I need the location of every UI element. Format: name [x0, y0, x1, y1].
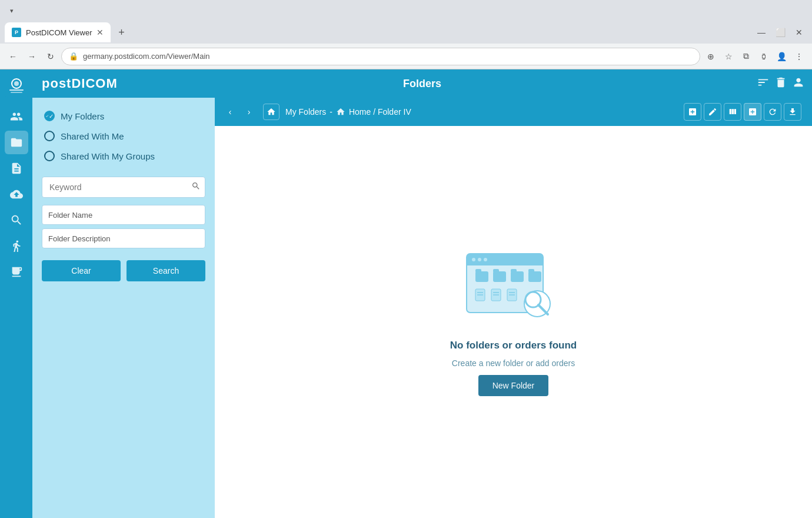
- nav-label-shared-with-me: Shared With Me: [61, 131, 124, 141]
- sidebar-item-upload[interactable]: [5, 182, 28, 206]
- toolbar-home-btn[interactable]: [263, 104, 279, 120]
- tab-close-btn[interactable]: ✕: [96, 28, 104, 37]
- action-buttons: Clear Search: [42, 260, 205, 281]
- app-wrapper: postDICOM Folders: [32, 69, 812, 518]
- header-title: Folders: [403, 78, 441, 90]
- filter-folder-name-label: Folder Name: [48, 211, 92, 220]
- action-export-btn[interactable]: [784, 103, 801, 121]
- tab-favicon: P: [12, 28, 21, 37]
- forward-btn[interactable]: →: [24, 48, 40, 65]
- svg-rect-16: [511, 269, 517, 273]
- lock-icon: 🔒: [69, 52, 78, 61]
- browser-toolbar: ← → ↻ 🔒 germany.postdicom.com/Viewer/Mai…: [0, 44, 812, 69]
- window-icon[interactable]: ⧉: [738, 48, 754, 65]
- bookmark-icon[interactable]: ☆: [720, 48, 737, 65]
- breadcrumb: My Folders - Home / Folder IV: [285, 107, 680, 117]
- nav-circle-my-folders: [44, 111, 55, 121]
- tab-title: PostDICOM Viewer: [26, 28, 92, 37]
- svg-point-9: [478, 258, 481, 261]
- back-btn[interactable]: ←: [5, 48, 21, 65]
- breadcrumb-path: Home / Folder IV: [349, 107, 411, 117]
- extensions-icon[interactable]: ⧮: [756, 48, 772, 65]
- folder-illustration: [461, 248, 567, 333]
- search-button[interactable]: Search: [127, 260, 205, 281]
- svg-point-10: [484, 258, 487, 261]
- sidebar-logo: [5, 74, 28, 98]
- menu-icon[interactable]: ⋮: [791, 48, 807, 65]
- main-area: My Folders Shared With Me Shared With My…: [32, 98, 812, 518]
- active-tab[interactable]: P PostDICOM Viewer ✕: [5, 22, 111, 42]
- svg-rect-17: [528, 271, 541, 282]
- content-area: ‹ › My Folders - Home / Folder IV: [215, 98, 812, 518]
- left-panel: My Folders Shared With Me Shared With My…: [32, 98, 215, 518]
- action-add-btn[interactable]: [744, 103, 761, 121]
- content-toolbar: ‹ › My Folders - Home / Folder IV: [215, 98, 812, 126]
- browser-tabs: P PostDICOM Viewer ✕ + — ⬜ ✕: [0, 21, 812, 44]
- sidebar-item-folders[interactable]: [5, 131, 28, 154]
- nav-item-my-folders[interactable]: My Folders: [42, 107, 205, 125]
- new-tab-btn[interactable]: +: [113, 24, 129, 41]
- sidebar-item-orders[interactable]: [5, 157, 28, 180]
- header-sort-icon[interactable]: [757, 76, 770, 92]
- maximize-btn[interactable]: ⬜: [772, 24, 788, 41]
- sidebar-item-search[interactable]: [5, 208, 28, 232]
- nav-label-my-folders: My Folders: [61, 111, 104, 121]
- profile-icon[interactable]: 👤: [773, 48, 790, 65]
- action-columns-btn[interactable]: [724, 103, 741, 121]
- address-bar[interactable]: 🔒 germany.postdicom.com/Viewer/Main: [61, 48, 700, 65]
- svg-rect-7: [467, 261, 543, 265]
- toolbar-forward-btn[interactable]: ›: [241, 104, 257, 120]
- header-user-icon[interactable]: [792, 76, 805, 92]
- nav-circle-shared-me: [44, 131, 55, 141]
- sidebar-item-display[interactable]: [5, 260, 28, 284]
- app-logo-text: postDICOM: [42, 76, 118, 91]
- new-folder-button[interactable]: New Folder: [478, 375, 549, 396]
- svg-point-8: [472, 258, 475, 261]
- filter-folder-name[interactable]: Folder Name: [42, 205, 205, 225]
- search-icon-btn[interactable]: [191, 181, 201, 193]
- nav-circle-shared-groups: [44, 151, 55, 161]
- reload-btn[interactable]: ↻: [42, 48, 59, 65]
- search-box: [42, 177, 205, 198]
- breadcrumb-separator: -: [330, 107, 332, 117]
- app-header: postDICOM Folders: [32, 69, 812, 98]
- svg-point-2: [14, 81, 19, 86]
- browser-toolbar-actions: ⊕ ☆ ⧉ ⧮ 👤 ⋮: [703, 48, 807, 65]
- browser-titlebar: ▾: [0, 0, 812, 21]
- toolbar-nav: ‹ ›: [222, 104, 257, 120]
- nav-label-shared-groups: Shared With My Groups: [61, 151, 155, 161]
- tab-expand-btn[interactable]: ▾: [5, 4, 19, 18]
- svg-rect-13: [493, 271, 506, 282]
- action-new-btn[interactable]: [684, 103, 701, 121]
- action-edit-btn[interactable]: [704, 103, 721, 121]
- svg-rect-14: [493, 269, 499, 273]
- keyword-input[interactable]: [42, 177, 205, 198]
- svg-rect-12: [475, 269, 481, 273]
- empty-state: No folders or orders found Create a new …: [215, 126, 812, 518]
- sidebar-item-analytics[interactable]: [5, 234, 28, 258]
- app-container: postDICOM Folders: [0, 69, 812, 518]
- breadcrumb-root: My Folders: [285, 107, 326, 117]
- url-text: germany.postdicom.com/Viewer/Main: [83, 52, 210, 61]
- clear-button[interactable]: Clear: [42, 260, 121, 281]
- action-refresh-btn[interactable]: [764, 103, 781, 121]
- minimize-btn[interactable]: —: [753, 24, 770, 41]
- svg-rect-4: [11, 92, 22, 93]
- filter-folder-description-label: Folder Description: [48, 234, 111, 243]
- filter-folder-description[interactable]: Folder Description: [42, 228, 205, 248]
- browser-chrome: ▾ P PostDICOM Viewer ✕ + — ⬜ ✕ ← → ↻ 🔒 g…: [0, 0, 812, 69]
- header-right-actions: [757, 76, 805, 92]
- close-btn[interactable]: ✕: [791, 24, 807, 41]
- translate-icon[interactable]: ⊕: [703, 48, 719, 65]
- nav-item-shared-groups[interactable]: Shared With My Groups: [42, 147, 205, 165]
- svg-rect-11: [475, 271, 488, 282]
- svg-rect-3: [9, 89, 24, 91]
- toolbar-back-btn[interactable]: ‹: [222, 104, 238, 120]
- sidebar-item-users[interactable]: [5, 105, 28, 128]
- filter-fields: Folder Name Folder Description: [42, 205, 205, 248]
- sidebar-icons: [0, 69, 32, 518]
- folder-nav: My Folders Shared With Me Shared With My…: [42, 107, 205, 165]
- empty-title: No folders or orders found: [450, 340, 577, 351]
- header-trash-icon[interactable]: [774, 76, 787, 92]
- nav-item-shared-with-me[interactable]: Shared With Me: [42, 127, 205, 145]
